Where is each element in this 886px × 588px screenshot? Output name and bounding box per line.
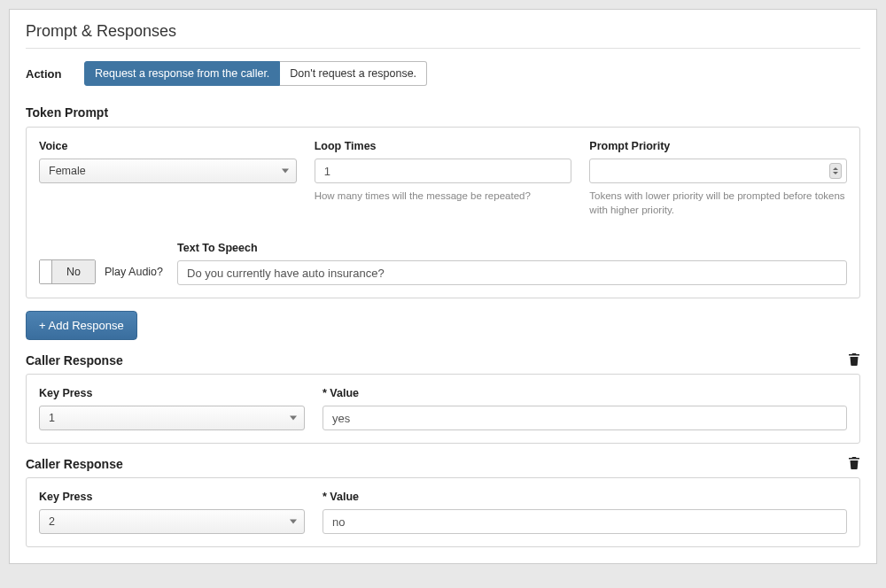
- key-press-value: 1: [49, 412, 55, 424]
- play-audio-field: No Play Audio?: [39, 259, 163, 284]
- chevron-down-icon: [290, 520, 297, 524]
- key-press-select[interactable]: 1: [39, 406, 305, 430]
- key-press-field: Key Press 2: [39, 491, 305, 534]
- loop-times-input[interactable]: [315, 159, 572, 183]
- play-audio-label: Play Audio?: [105, 266, 163, 278]
- tts-label: Text To Speech: [177, 242, 847, 254]
- value-label: * Value: [323, 491, 847, 503]
- caller-response-box: Key Press 2 * Value: [26, 477, 860, 547]
- priority-stepper[interactable]: [829, 163, 842, 179]
- arrow-up-icon: [833, 167, 838, 170]
- key-press-label: Key Press: [39, 491, 305, 503]
- action-option-dont-request[interactable]: Don't request a response.: [280, 61, 427, 86]
- arrow-down-icon: [833, 172, 838, 174]
- prompt-priority-field: Prompt Priority Tokens with lower priori…: [589, 140, 847, 217]
- caller-response-header: Caller Response: [26, 352, 860, 368]
- loop-times-field: Loop Times How many times will the messa…: [315, 140, 572, 217]
- chevron-down-icon: [282, 169, 289, 174]
- loop-times-help: How many times will the message be repea…: [315, 189, 572, 203]
- tts-field: Text To Speech: [177, 242, 847, 285]
- trash-icon[interactable]: [848, 352, 860, 368]
- key-press-field: Key Press 1: [39, 387, 305, 430]
- value-label: * Value: [323, 387, 847, 399]
- chevron-down-icon: [290, 416, 297, 421]
- action-segmented-control: Request a response from the caller. Don'…: [84, 61, 427, 86]
- voice-select[interactable]: Female: [39, 159, 297, 183]
- token-prompt-box: Voice Female Loop Times How many times w…: [26, 127, 860, 298]
- action-row: Action Request a response from the calle…: [26, 61, 860, 86]
- key-press-value: 2: [49, 515, 55, 528]
- trash-icon[interactable]: [848, 456, 860, 472]
- caller-response-title: Caller Response: [26, 457, 123, 471]
- caller-response-box: Key Press 1 * Value: [26, 374, 860, 444]
- loop-times-label: Loop Times: [315, 140, 572, 152]
- add-response-button[interactable]: + Add Response: [26, 311, 137, 340]
- prompt-priority-help: Tokens with lower priority will be promp…: [589, 189, 847, 217]
- caller-response-header: Caller Response: [26, 456, 860, 472]
- action-option-request[interactable]: Request a response from the caller.: [84, 61, 280, 86]
- play-audio-value: No: [52, 260, 95, 283]
- voice-value: Female: [49, 165, 86, 177]
- caller-response-title: Caller Response: [26, 353, 123, 368]
- value-field: * Value: [323, 491, 847, 534]
- page-title: Prompt & Responses: [26, 22, 860, 49]
- prompt-responses-panel: Prompt & Responses Action Request a resp…: [9, 9, 877, 564]
- prompt-priority-label: Prompt Priority: [589, 140, 847, 152]
- voice-label: Voice: [39, 140, 297, 152]
- voice-field: Voice Female: [39, 140, 297, 217]
- value-input[interactable]: [323, 509, 847, 534]
- prompt-priority-input[interactable]: [589, 159, 847, 183]
- token-prompt-title: Token Prompt: [26, 105, 860, 120]
- value-field: * Value: [323, 387, 847, 430]
- tts-input[interactable]: [177, 260, 847, 285]
- play-audio-toggle[interactable]: No: [39, 259, 96, 284]
- action-label: Action: [26, 67, 84, 81]
- key-press-label: Key Press: [39, 387, 305, 399]
- toggle-handle: [40, 260, 52, 283]
- value-input[interactable]: [323, 406, 847, 430]
- key-press-select[interactable]: 2: [39, 509, 305, 534]
